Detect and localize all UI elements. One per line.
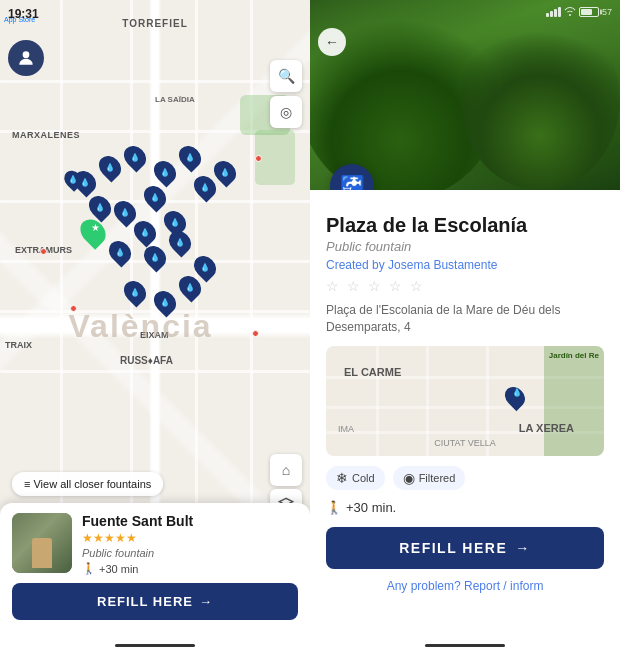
map-label-marxalenes: MARXALENES <box>12 130 80 140</box>
home-indicator-right <box>425 644 505 647</box>
location-button[interactable]: ◎ <box>270 96 302 128</box>
map-label-ruzafa: RUSS♦AFA <box>120 355 173 366</box>
alert-dot <box>70 305 77 312</box>
mini-map-garden-label: Jardín del Re <box>549 351 599 360</box>
mini-map[interactable]: EL CARME LA XEREA CIUTAT VELLA IMA Jardí… <box>326 346 604 456</box>
fountain-type: Public fountain <box>82 547 298 559</box>
refill-button-left[interactable]: REFILL HERE → <box>12 583 298 620</box>
fountain-name: Fuente Sant Bult <box>82 513 298 529</box>
filter-icon: ◉ <box>403 470 415 486</box>
mini-map-label-xerea: LA XEREA <box>519 422 574 434</box>
alert-dot <box>252 330 259 337</box>
refill-button-right[interactable]: REFILL HERE → <box>326 527 604 569</box>
detail-content: Plaza de la Escolanía Public fountain Cr… <box>310 190 620 651</box>
walk-time: 🚶 +30 min <box>82 562 298 575</box>
photo-trees <box>310 0 620 190</box>
user-avatar[interactable] <box>8 40 44 76</box>
status-time-left: 19:31 <box>8 7 39 21</box>
fountain-thumbnail <box>12 513 72 573</box>
back-button[interactable]: ← <box>318 28 346 56</box>
alert-dot <box>255 155 262 162</box>
fountain-photo: 57 ← 🚰 <box>310 0 620 190</box>
tag-filtered: ◉ Filtered <box>393 466 466 490</box>
signal-bar-4 <box>558 7 561 17</box>
tag-cold-label: Cold <box>352 472 375 484</box>
tag-cold: ❄ Cold <box>326 466 385 490</box>
status-icons-right: 57 <box>546 7 612 18</box>
right-panel: 57 ← 🚰 Plaza de la Escolanía Public foun… <box>310 0 620 651</box>
map-controls: 🔍 ◎ <box>270 60 302 128</box>
tag-filtered-label: Filtered <box>419 472 456 484</box>
left-panel: TORREFIEL MARXALENES LA SAÏDIA BENI EXTR… <box>0 0 310 651</box>
signal-bar-3 <box>554 9 557 17</box>
report-link[interactable]: Report / inform <box>464 579 543 593</box>
status-bar-left: 19:31 <box>0 0 310 28</box>
fountain-info: Fuente Sant Bult ★★★★★ Public fountain 🚶… <box>82 513 298 575</box>
detail-title: Plaza de la Escolanía <box>326 214 604 237</box>
signal-bar-1 <box>546 13 549 17</box>
fountain-card-left: Fuente Sant Bult ★★★★★ Public fountain 🚶… <box>0 503 310 651</box>
battery-icon <box>579 7 599 17</box>
search-map-button[interactable]: 🔍 <box>270 60 302 92</box>
walk-icon-right: 🚶 <box>326 500 342 515</box>
map-label-saida: LA SAÏDIA <box>155 95 195 104</box>
detail-rating: ☆ ☆ ☆ ☆ ☆ <box>326 278 604 294</box>
detail-address: Plaça de l'Escolania de la Mare de Déu d… <box>326 302 604 336</box>
creator-name: Josema Bustamente <box>388 258 497 272</box>
home-indicator-left <box>115 644 195 647</box>
view-all-fountains-button[interactable]: ≡ View all closer fountains <box>12 472 163 496</box>
battery-percent: 57 <box>602 7 612 17</box>
wifi-icon <box>564 7 576 18</box>
detail-created: Created by Josema Bustamente <box>326 258 604 272</box>
detail-walk-time: 🚶 +30 min. <box>326 500 604 515</box>
mini-map-label-ima: IMA <box>338 424 354 434</box>
status-bar-right: 57 <box>310 0 620 24</box>
cold-icon: ❄ <box>336 470 348 486</box>
mini-map-label-carme: EL CARME <box>344 366 401 378</box>
alert-dot <box>40 248 47 255</box>
walk-icon: 🚶 <box>82 562 96 575</box>
signal-bar-2 <box>550 11 553 17</box>
mini-map-label-ciutat: CIUTAT VELLA <box>434 438 496 448</box>
map-label-eixample: EIXAM <box>140 330 169 340</box>
problem-report: Any problem? Report / inform <box>326 579 604 593</box>
map-label-traix: TRAIX <box>5 340 32 350</box>
home-map-button[interactable]: ⌂ <box>270 454 302 486</box>
svg-point-0 <box>23 51 30 58</box>
fountain-rating: ★★★★★ <box>82 531 298 545</box>
detail-tags: ❄ Cold ◉ Filtered <box>326 466 604 490</box>
detail-type: Public fountain <box>326 239 604 254</box>
